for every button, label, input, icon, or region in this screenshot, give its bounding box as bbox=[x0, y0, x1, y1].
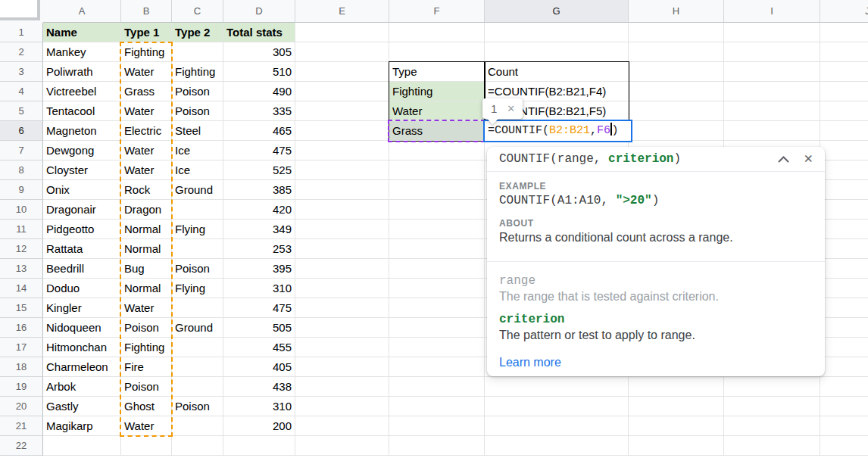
cell-B10[interactable]: Dragon bbox=[121, 200, 172, 220]
cell-C3[interactable]: Fighting bbox=[172, 62, 223, 82]
row-header-11[interactable]: 11 bbox=[0, 220, 43, 239]
cell-J10[interactable] bbox=[820, 200, 868, 220]
formula-edit-box[interactable]: =COUNTIF(B2:B21,F6) bbox=[483, 120, 632, 142]
cell-A4[interactable]: Victreebel bbox=[43, 82, 121, 101]
cell-C12[interactable] bbox=[172, 239, 223, 259]
cell-B17[interactable]: Fighting bbox=[121, 338, 172, 357]
cell-J19[interactable] bbox=[820, 377, 868, 397]
cell-A6[interactable]: Magneton bbox=[43, 121, 121, 141]
cell-D14[interactable]: 310 bbox=[223, 279, 295, 298]
cell-D21[interactable]: 200 bbox=[223, 416, 295, 436]
cell-B16[interactable]: Poison bbox=[121, 318, 172, 338]
cell-I22[interactable] bbox=[724, 436, 820, 456]
row-header-10[interactable]: 10 bbox=[0, 200, 43, 220]
cell-D13[interactable]: 395 bbox=[223, 259, 295, 279]
cell-I20[interactable] bbox=[724, 397, 820, 416]
cell-A11[interactable]: Pidgeotto bbox=[43, 220, 121, 239]
row-header-12[interactable]: 12 bbox=[0, 239, 43, 259]
cell-A16[interactable]: Nidoqueen bbox=[43, 318, 121, 338]
cell-D7[interactable]: 475 bbox=[223, 141, 295, 160]
column-header-H[interactable]: H bbox=[629, 0, 724, 23]
cell-F4[interactable]: Fighting bbox=[389, 82, 485, 101]
cell-C5[interactable]: Poison bbox=[172, 101, 223, 121]
cell-C10[interactable] bbox=[172, 200, 223, 220]
cell-E16[interactable] bbox=[295, 318, 389, 338]
cell-D6[interactable]: 465 bbox=[223, 121, 295, 141]
cell-A15[interactable]: Kingler bbox=[43, 298, 121, 318]
cell-B14[interactable]: Normal bbox=[121, 279, 172, 298]
cell-E8[interactable] bbox=[295, 160, 389, 180]
cell-E4[interactable] bbox=[295, 82, 389, 101]
cell-I21[interactable] bbox=[724, 416, 820, 436]
cell-F9[interactable] bbox=[389, 180, 485, 200]
cell-E9[interactable] bbox=[295, 180, 389, 200]
cell-G1[interactable] bbox=[485, 23, 629, 42]
cell-J14[interactable] bbox=[820, 279, 868, 298]
cell-F10[interactable] bbox=[389, 200, 485, 220]
cell-B5[interactable]: Water bbox=[121, 101, 172, 121]
cell-E12[interactable] bbox=[295, 239, 389, 259]
cell-F15[interactable] bbox=[389, 298, 485, 318]
cell-D18[interactable]: 405 bbox=[223, 357, 295, 377]
cell-J11[interactable] bbox=[820, 220, 868, 239]
cell-H3[interactable] bbox=[629, 62, 724, 82]
cell-A3[interactable]: Poliwrath bbox=[43, 62, 121, 82]
cell-C6[interactable]: Steel bbox=[172, 121, 223, 141]
row-header-7[interactable]: 7 bbox=[0, 141, 43, 160]
cell-A12[interactable]: Rattata bbox=[43, 239, 121, 259]
column-header-D[interactable]: D bbox=[223, 0, 295, 23]
cell-I1[interactable] bbox=[724, 23, 820, 42]
cell-G3[interactable]: Count bbox=[485, 62, 629, 82]
learn-more-link[interactable]: Learn more bbox=[499, 356, 561, 369]
cell-F2[interactable] bbox=[389, 42, 485, 62]
cell-C1[interactable]: Type 2 bbox=[172, 23, 223, 42]
cell-J4[interactable] bbox=[820, 82, 868, 101]
cell-E18[interactable] bbox=[295, 357, 389, 377]
column-header-F[interactable]: F bbox=[389, 0, 485, 23]
row-header-19[interactable]: 19 bbox=[0, 377, 43, 397]
cell-A8[interactable]: Cloyster bbox=[43, 160, 121, 180]
cell-A22[interactable] bbox=[43, 436, 121, 456]
cell-D17[interactable]: 455 bbox=[223, 338, 295, 357]
cell-J5[interactable] bbox=[820, 101, 868, 121]
cell-H1[interactable] bbox=[629, 23, 724, 42]
cell-A14[interactable]: Doduo bbox=[43, 279, 121, 298]
cell-E15[interactable] bbox=[295, 298, 389, 318]
cell-J21[interactable] bbox=[820, 416, 868, 436]
cell-E17[interactable] bbox=[295, 338, 389, 357]
cell-D22[interactable] bbox=[223, 436, 295, 456]
cell-B22[interactable] bbox=[121, 436, 172, 456]
cell-D15[interactable]: 475 bbox=[223, 298, 295, 318]
cell-F7[interactable] bbox=[389, 141, 485, 160]
cell-B18[interactable]: Fire bbox=[121, 357, 172, 377]
cell-I5[interactable] bbox=[724, 101, 820, 121]
cell-C16[interactable]: Ground bbox=[172, 318, 223, 338]
cell-A19[interactable]: Arbok bbox=[43, 377, 121, 397]
cell-H2[interactable] bbox=[629, 42, 724, 62]
cell-J8[interactable] bbox=[820, 160, 868, 180]
cell-H19[interactable] bbox=[629, 377, 724, 397]
cell-G20[interactable] bbox=[485, 397, 629, 416]
cell-F6[interactable]: Grass bbox=[389, 121, 485, 141]
cell-C8[interactable]: Ice bbox=[172, 160, 223, 180]
select-all-corner[interactable] bbox=[0, 0, 43, 23]
row-header-1[interactable]: 1 bbox=[0, 23, 43, 42]
cell-J20[interactable] bbox=[820, 397, 868, 416]
cell-B6[interactable]: Electric bbox=[121, 121, 172, 141]
row-header-4[interactable]: 4 bbox=[0, 82, 43, 101]
cell-B4[interactable]: Grass bbox=[121, 82, 172, 101]
cell-F3[interactable]: Type bbox=[389, 62, 485, 82]
column-header-B[interactable]: B bbox=[121, 0, 172, 23]
cell-D19[interactable]: 438 bbox=[223, 377, 295, 397]
cell-J18[interactable] bbox=[820, 357, 868, 377]
cell-C11[interactable]: Flying bbox=[172, 220, 223, 239]
cell-A20[interactable]: Gastly bbox=[43, 397, 121, 416]
cell-J15[interactable] bbox=[820, 298, 868, 318]
row-header-2[interactable]: 2 bbox=[0, 42, 43, 62]
cell-C22[interactable] bbox=[172, 436, 223, 456]
row-header-6[interactable]: 6 bbox=[0, 121, 43, 141]
row-header-15[interactable]: 15 bbox=[0, 298, 43, 318]
cell-E11[interactable] bbox=[295, 220, 389, 239]
row-header-13[interactable]: 13 bbox=[0, 259, 43, 279]
collapse-chevron-up-icon[interactable] bbox=[778, 156, 789, 163]
